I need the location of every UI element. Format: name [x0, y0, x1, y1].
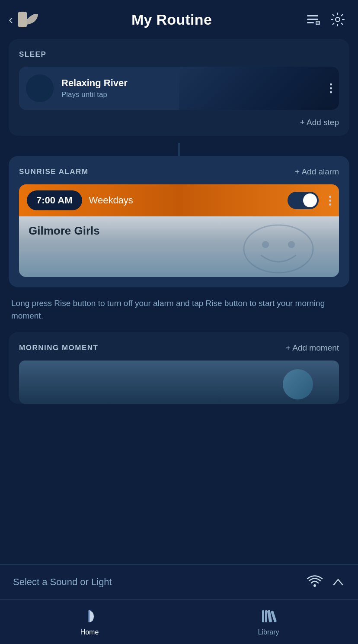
- sleep-label: SLEEP: [19, 50, 339, 59]
- morning-preview-circle: [283, 369, 313, 399]
- sleep-item[interactable]: Relaxing River Plays until tap: [19, 67, 339, 110]
- sound-select-bar[interactable]: Select a Sound or Light: [0, 565, 358, 600]
- svg-rect-13: [265, 610, 267, 622]
- dot: [329, 203, 331, 206]
- svg-rect-1: [307, 15, 318, 16]
- svg-rect-2: [307, 19, 318, 20]
- bottom-wrapper: Select a Sound or Light Home: [0, 564, 358, 644]
- alarm-toggle[interactable]: [288, 192, 319, 209]
- select-sound-text: Select a Sound or Light: [13, 576, 112, 588]
- svg-point-7: [244, 225, 313, 273]
- svg-point-6: [336, 17, 340, 22]
- main-content: SLEEP Relaxing River Plays until tap + A…: [0, 39, 358, 480]
- add-alarm-label: + Add alarm: [295, 167, 339, 177]
- header-icons: [304, 11, 346, 28]
- logo-icon: [17, 11, 39, 28]
- settings-icon[interactable]: [329, 11, 346, 28]
- chevron-up-icon[interactable]: [331, 575, 345, 589]
- signal-icon[interactable]: [306, 573, 323, 591]
- svg-rect-3: [307, 22, 314, 23]
- sleep-info: Relaxing River Plays until tap: [61, 77, 332, 99]
- morning-header-row: MORNING MOMENT + Add moment: [19, 343, 339, 353]
- bottom-right-icons: [306, 573, 345, 591]
- add-step-label: + Add step: [300, 118, 339, 127]
- page-title: My Routine: [131, 11, 212, 28]
- svg-point-8: [262, 241, 269, 248]
- svg-point-9: [288, 241, 295, 248]
- sleep-section: SLEEP Relaxing River Plays until tap + A…: [9, 39, 349, 136]
- alarm-item[interactable]: 7:00 AM Weekdays: [19, 184, 339, 277]
- library-tab-label: Library: [258, 628, 279, 636]
- header-left: ‹: [9, 11, 39, 28]
- bottom-nav: Home Library: [0, 600, 358, 644]
- list-icon[interactable]: [304, 11, 321, 28]
- sleep-title: Relaxing River: [61, 77, 332, 89]
- dot: [330, 84, 332, 86]
- header: ‹ My Routine: [0, 0, 358, 39]
- add-step-button[interactable]: + Add step: [300, 118, 339, 127]
- sunrise-alarm-section: SUNRISE ALARM + Add alarm 7:00 AM Weekda…: [9, 156, 349, 287]
- library-icon: [259, 607, 278, 626]
- sleep-icon: [26, 74, 54, 102]
- home-icon: [80, 607, 99, 626]
- dot: [329, 200, 331, 202]
- sleep-subtitle: Plays until tap: [61, 90, 332, 99]
- alarm-content: Gilmore Girls: [19, 216, 339, 277]
- back-button[interactable]: ‹: [9, 13, 13, 26]
- nav-tab-library[interactable]: Library: [179, 600, 358, 644]
- add-moment-button[interactable]: + Add moment: [286, 343, 339, 353]
- hint-text: Long press Rise button to turn off your …: [9, 287, 349, 332]
- svg-rect-0: [18, 12, 27, 27]
- connector: [178, 143, 180, 156]
- morning-label: MORNING MOMENT: [19, 344, 98, 352]
- home-tab-label: Home: [80, 628, 99, 636]
- morning-preview: [19, 361, 339, 404]
- alarm-days: Weekdays: [89, 195, 281, 206]
- svg-point-10: [313, 584, 316, 587]
- dot: [330, 87, 332, 90]
- add-moment-label: + Add moment: [286, 343, 339, 353]
- alarm-time[interactable]: 7:00 AM: [27, 190, 82, 210]
- add-step-row: + Add step: [19, 118, 339, 127]
- sunrise-label: SUNRISE ALARM: [19, 167, 89, 176]
- alarm-more-button[interactable]: [329, 196, 331, 206]
- svg-rect-12: [262, 610, 264, 622]
- sleep-more-button[interactable]: [330, 84, 332, 93]
- sunrise-header-row: SUNRISE ALARM + Add alarm: [19, 167, 339, 177]
- dot: [330, 91, 332, 93]
- add-alarm-button[interactable]: + Add alarm: [295, 167, 339, 177]
- alarm-content-decoration: [235, 221, 322, 277]
- alarm-top-bar: 7:00 AM Weekdays: [19, 184, 339, 216]
- toggle-knob: [303, 193, 317, 207]
- nav-tab-home[interactable]: Home: [0, 600, 179, 644]
- dot: [329, 196, 331, 198]
- morning-moment-section: MORNING MOMENT + Add moment: [9, 332, 349, 404]
